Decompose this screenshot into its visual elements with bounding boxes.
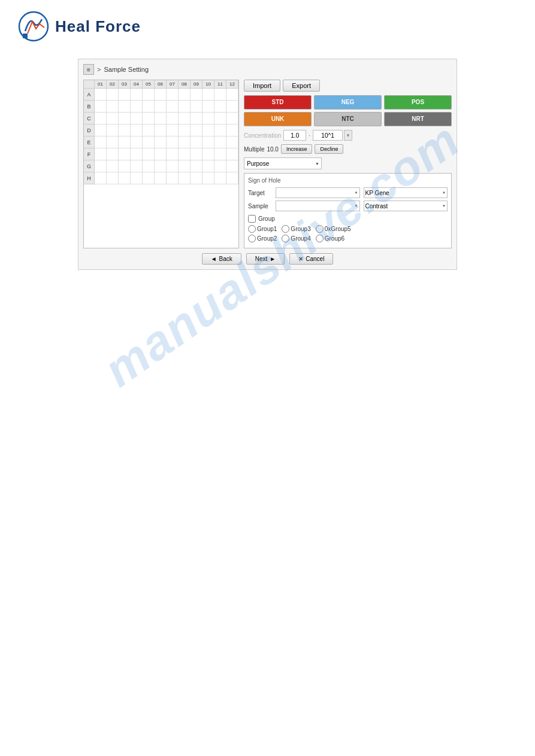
- grid-cell[interactable]: [167, 113, 179, 125]
- group5-radio[interactable]: [316, 225, 324, 233]
- ntc-button[interactable]: NTC: [314, 112, 382, 126]
- grid-cell[interactable]: [202, 89, 214, 101]
- grid-cell[interactable]: [179, 125, 191, 136]
- grid-cell[interactable]: [155, 101, 167, 113]
- grid-cell[interactable]: [191, 89, 202, 101]
- grid-cell[interactable]: [167, 101, 179, 113]
- grid-cell[interactable]: [95, 136, 107, 148]
- grid-cell[interactable]: [214, 125, 226, 136]
- grid-cell[interactable]: [191, 101, 202, 113]
- grid-cell[interactable]: [167, 125, 179, 136]
- grid-cell[interactable]: [167, 172, 179, 184]
- next-button[interactable]: Next ►: [246, 253, 285, 265]
- grid-cell[interactable]: [191, 113, 202, 125]
- grid-cell[interactable]: [226, 113, 238, 125]
- grid-cell[interactable]: [95, 113, 107, 125]
- concentration-power-arrow[interactable]: ▼: [344, 130, 352, 141]
- grid-cell[interactable]: [131, 172, 143, 184]
- grid-cell[interactable]: [179, 160, 191, 172]
- grid-cell[interactable]: [214, 148, 226, 160]
- grid-cell[interactable]: [131, 160, 143, 172]
- group2-radio[interactable]: [248, 235, 256, 242]
- unk-button[interactable]: UNK: [244, 112, 312, 126]
- grid-cell[interactable]: [143, 136, 155, 148]
- grid-cell[interactable]: [179, 136, 191, 148]
- grid-cell[interactable]: [95, 172, 107, 184]
- grid-cell[interactable]: [191, 160, 202, 172]
- grid-cell[interactable]: [191, 136, 202, 148]
- grid-cell[interactable]: [202, 136, 214, 148]
- grid-cell[interactable]: [143, 172, 155, 184]
- neg-button[interactable]: NEG: [314, 95, 382, 110]
- grid-cell[interactable]: [179, 101, 191, 113]
- grid-cell[interactable]: [179, 89, 191, 101]
- grid-cell[interactable]: [191, 148, 202, 160]
- grid-cell[interactable]: [119, 89, 131, 101]
- grid-cell[interactable]: [107, 89, 119, 101]
- grid-cell[interactable]: [167, 160, 179, 172]
- grid-cell[interactable]: [131, 101, 143, 113]
- grid-cell[interactable]: [119, 160, 131, 172]
- grid-cell[interactable]: [95, 89, 107, 101]
- grid-cell[interactable]: [214, 101, 226, 113]
- grid-cell[interactable]: [214, 113, 226, 125]
- grid-cell[interactable]: [167, 148, 179, 160]
- kp-gene-select[interactable]: KP Gene: [364, 187, 448, 198]
- grid-cell[interactable]: [107, 148, 119, 160]
- grid-cell[interactable]: [155, 89, 167, 101]
- grid-cell[interactable]: [119, 101, 131, 113]
- grid-cell[interactable]: [202, 172, 214, 184]
- grid-cell[interactable]: [214, 89, 226, 101]
- grid-cell[interactable]: [95, 160, 107, 172]
- grid-cell[interactable]: [95, 101, 107, 113]
- grid-cell[interactable]: [131, 136, 143, 148]
- grid-cell[interactable]: [155, 172, 167, 184]
- grid-cell[interactable]: [226, 160, 238, 172]
- group4-radio[interactable]: [282, 235, 289, 242]
- sample-select[interactable]: [276, 201, 360, 211]
- grid-cell[interactable]: [95, 148, 107, 160]
- grid-cell[interactable]: [143, 113, 155, 125]
- grid-cell[interactable]: [179, 172, 191, 184]
- group6-radio[interactable]: [316, 235, 324, 242]
- grid-cell[interactable]: [107, 125, 119, 136]
- grid-cell[interactable]: [226, 89, 238, 101]
- grid-cell[interactable]: [95, 125, 107, 136]
- cancel-button[interactable]: ✕ Cancel: [289, 253, 333, 265]
- std-button[interactable]: STD: [244, 95, 312, 110]
- grid-cell[interactable]: [143, 160, 155, 172]
- grid-cell[interactable]: [143, 148, 155, 160]
- decline-button[interactable]: Decline: [315, 144, 343, 154]
- grid-cell[interactable]: [107, 172, 119, 184]
- grid-cell[interactable]: [155, 113, 167, 125]
- grid-cell[interactable]: [143, 101, 155, 113]
- group3-radio[interactable]: [282, 225, 289, 233]
- grid-cell[interactable]: [131, 125, 143, 136]
- grid-cell[interactable]: [226, 148, 238, 160]
- grid-cell[interactable]: [143, 89, 155, 101]
- grid-cell[interactable]: [202, 160, 214, 172]
- grid-cell[interactable]: [119, 113, 131, 125]
- grid-cell[interactable]: [155, 125, 167, 136]
- grid-cell[interactable]: [179, 148, 191, 160]
- grid-cell[interactable]: [214, 136, 226, 148]
- grid-cell[interactable]: [202, 148, 214, 160]
- target-select[interactable]: [276, 187, 360, 198]
- group-checkbox[interactable]: [248, 215, 256, 223]
- grid-cell[interactable]: [191, 172, 202, 184]
- grid-cell[interactable]: [131, 148, 143, 160]
- group1-radio[interactable]: [248, 225, 256, 233]
- grid-cell[interactable]: [107, 113, 119, 125]
- grid-cell[interactable]: [155, 160, 167, 172]
- grid-cell[interactable]: [119, 172, 131, 184]
- grid-cell[interactable]: [107, 101, 119, 113]
- grid-cell[interactable]: [107, 160, 119, 172]
- grid-cell[interactable]: [155, 136, 167, 148]
- grid-cell[interactable]: [143, 125, 155, 136]
- grid-cell[interactable]: [179, 113, 191, 125]
- nrt-button[interactable]: NRT: [384, 112, 452, 126]
- grid-cell[interactable]: [119, 148, 131, 160]
- grid-cell[interactable]: [214, 160, 226, 172]
- grid-cell[interactable]: [107, 136, 119, 148]
- grid-cell[interactable]: [214, 172, 226, 184]
